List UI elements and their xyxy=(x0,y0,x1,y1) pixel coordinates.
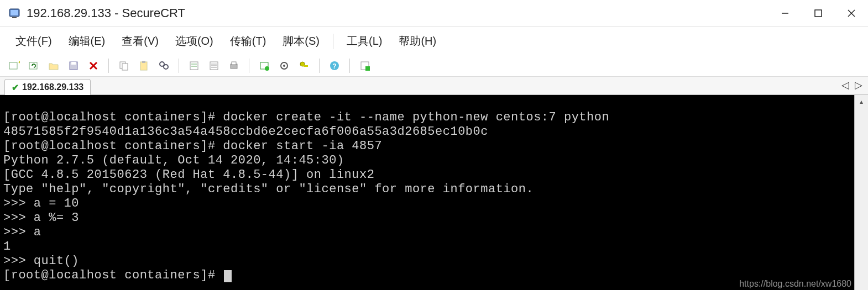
tab-bar: ✔ 192.168.29.133 ◁ ▷ xyxy=(0,77,868,95)
svg-rect-20 xyxy=(190,62,198,70)
terminal-line: [root@localhost containers]# xyxy=(3,268,223,282)
session-tab[interactable]: ✔ 192.168.29.133 xyxy=(4,79,91,95)
svg-rect-7 xyxy=(9,62,17,69)
window-controls xyxy=(768,0,868,27)
terminal-line: >>> a %= 3 xyxy=(3,211,79,225)
terminal-line: >>> a = 10 xyxy=(3,197,79,210)
svg-rect-38 xyxy=(365,66,370,71)
minimize-button[interactable] xyxy=(768,0,802,27)
key-icon[interactable] xyxy=(296,57,312,74)
svg-rect-16 xyxy=(140,62,147,70)
svg-text:✦: ✦ xyxy=(18,60,20,65)
window-title: 192.168.29.133 - SecureCRT xyxy=(27,6,185,20)
terminal-line: [GCC 4.8.5 20150623 (Red Hat 4.8.5-44)] … xyxy=(3,168,374,182)
terminal-output: [root@localhost containers]# docker crea… xyxy=(0,95,868,290)
menu-transfer[interactable]: 传输(T) xyxy=(222,31,274,51)
terminal-area[interactable]: [root@localhost containers]# docker crea… xyxy=(0,95,868,290)
copy-icon[interactable] xyxy=(116,57,132,74)
menu-help[interactable]: 帮助(H) xyxy=(391,31,444,51)
menu-edit[interactable]: 编辑(E) xyxy=(61,31,113,51)
find-icon[interactable] xyxy=(155,57,172,74)
svg-rect-9 xyxy=(29,62,37,69)
terminal-line: Python 2.7.5 (default, Oct 14 2020, 14:4… xyxy=(3,154,344,167)
tab-nav: ◁ ▷ xyxy=(841,79,862,91)
print-icon[interactable] xyxy=(226,57,242,74)
svg-text:?: ? xyxy=(332,62,336,70)
svg-rect-34 xyxy=(304,65,308,67)
terminal-line: Type "help", "copyright", "credits" or "… xyxy=(3,182,534,196)
svg-rect-15 xyxy=(122,64,128,70)
terminal-line: >>> quit() xyxy=(3,254,79,268)
toolbar-sep xyxy=(179,59,179,73)
svg-rect-11 xyxy=(71,62,76,65)
scroll-up-icon[interactable]: ▴ xyxy=(855,95,868,108)
title-bar: 192.168.29.133 - SecureCRT xyxy=(0,0,868,27)
list-icon[interactable] xyxy=(206,57,222,74)
toolbar: ✦ ? xyxy=(0,55,868,77)
terminal-line: 1 xyxy=(3,240,11,254)
menu-file[interactable]: 文件(F) xyxy=(8,31,60,51)
delete-icon[interactable] xyxy=(85,57,102,74)
toolbar-sep xyxy=(108,59,109,73)
check-icon: ✔ xyxy=(12,82,19,93)
paste-icon[interactable] xyxy=(135,57,152,74)
toolbar-sep xyxy=(319,59,320,73)
app-icon xyxy=(8,7,21,20)
terminal-line: 48571585f2f9540d1a136c3a54a458ccbd6e2cec… xyxy=(3,125,488,139)
svg-rect-2 xyxy=(12,17,17,18)
tab-label: 192.168.29.133 xyxy=(22,82,83,92)
toolbar-sep xyxy=(349,59,350,73)
svg-rect-4 xyxy=(815,10,822,17)
terminal-line: >>> a xyxy=(3,225,41,239)
watermark-text: https://blog.csdn.net/xw1680 xyxy=(739,279,851,289)
maximize-button[interactable] xyxy=(802,0,835,27)
properties-icon[interactable] xyxy=(186,57,202,74)
scrollbar[interactable]: ▴ xyxy=(854,95,868,290)
svg-rect-28 xyxy=(232,62,236,65)
close-button[interactable] xyxy=(835,0,868,27)
app-option-icon[interactable] xyxy=(357,57,373,74)
svg-point-32 xyxy=(283,65,285,67)
settings-gear-icon[interactable] xyxy=(276,57,292,74)
menu-bar: 文件(F) 编辑(E) 查看(V) 选项(O) 传输(T) 脚本(S) 工具(L… xyxy=(0,27,868,55)
terminal-line: [root@localhost containers]# docker crea… xyxy=(3,110,609,124)
svg-point-19 xyxy=(164,65,168,69)
reconnect-icon[interactable] xyxy=(25,57,42,74)
tab-prev-icon[interactable]: ◁ xyxy=(841,79,849,91)
menu-options[interactable]: 选项(O) xyxy=(168,31,221,51)
svg-rect-17 xyxy=(142,61,145,63)
help-icon[interactable]: ? xyxy=(326,57,343,74)
cursor xyxy=(224,270,232,282)
menu-view[interactable]: 查看(V) xyxy=(114,31,166,51)
toolbar-sep xyxy=(249,59,249,73)
new-session-icon[interactable]: ✦ xyxy=(6,57,22,74)
settings-green-icon[interactable] xyxy=(256,57,273,74)
save-icon[interactable] xyxy=(65,57,82,74)
tab-next-icon[interactable]: ▷ xyxy=(855,79,862,91)
menu-separator xyxy=(333,34,333,49)
menu-script[interactable]: 脚本(S) xyxy=(275,31,327,51)
svg-rect-1 xyxy=(11,10,18,15)
open-folder-icon[interactable] xyxy=(45,57,62,74)
menu-tools[interactable]: 工具(L) xyxy=(339,31,390,51)
terminal-line: [root@localhost containers]# docker star… xyxy=(3,139,382,153)
svg-point-30 xyxy=(265,66,269,71)
